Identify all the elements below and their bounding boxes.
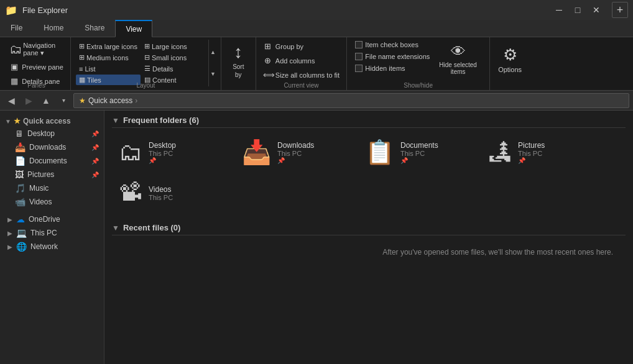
medium-icons-icon: ⊞ [79, 53, 85, 61]
maximize-button[interactable]: □ [570, 2, 586, 18]
network-expand-icon: ▶ [7, 243, 12, 250]
sidebar-item-downloads[interactable]: 📥 Downloads 📌 [0, 140, 104, 154]
show-hide-content: Item check boxes File name extensions Hi… [355, 40, 481, 87]
layout-group: ⊞ Extra large icons ⊞ Large icons ⊞ Medi… [71, 37, 221, 90]
group-by-button[interactable]: ⊞ Group by [260, 40, 307, 53]
scroll-up-icon: ▲ [210, 49, 216, 55]
layout-list[interactable]: ≡ List [76, 63, 141, 74]
add-columns-label: Add columns [275, 57, 315, 65]
folder-pictures-pin: 📌 [518, 157, 545, 164]
preview-pane-button[interactable]: ▣ Preview pane [6, 60, 67, 73]
folder-documents-pin: 📌 [400, 157, 438, 164]
folder-downloads-sub: This PC [277, 150, 314, 157]
pictures-label: Pictures [27, 170, 88, 179]
layout-medium-icons[interactable]: ⊞ Medium icons [76, 52, 141, 63]
folder-desktop[interactable]: 🗂 Desktop This PC 📌 [112, 134, 230, 170]
group-by-label: Group by [275, 43, 303, 50]
sort-by-button[interactable]: ↕ Sort by [228, 40, 249, 81]
sidebar-item-thispc[interactable]: ▶ 💻 This PC [0, 226, 104, 240]
sort-group: ↕ Sort by [221, 37, 256, 90]
sidebar-item-videos[interactable]: 📹 Videos [0, 195, 104, 209]
options-label: Options [498, 66, 522, 73]
add-columns-icon: ⊕ [263, 56, 273, 65]
extra-large-icons-icon: ⊞ [79, 42, 85, 50]
scroll-down-icon: ▼ [210, 71, 216, 77]
tab-share[interactable]: Share [74, 19, 115, 37]
layout-scroll-buttons[interactable]: ▲ ▼ [208, 40, 217, 86]
quick-access-section[interactable]: ▼ ★ Quick access [0, 113, 104, 127]
current-view-group: ⊞ Group by ⊕ Add columns ⟺ Size all colu… [256, 37, 347, 90]
folder-pictures-name: Pictures [518, 141, 545, 150]
nav-pane-icon: 🗂 [9, 42, 22, 57]
size-all-columns-button[interactable]: ⟺ Size all columns to fit [260, 68, 343, 81]
frequent-folders-title: Frequent folders (6) [123, 116, 199, 125]
sort-label-1: Sort [233, 63, 244, 70]
hidden-items-label: Hidden items [365, 65, 405, 72]
main-area: ▼ ★ Quick access 🖥 Desktop 📌 📥 Downloads… [0, 111, 633, 364]
sidebar-item-documents[interactable]: 📄 Documents 📌 [0, 154, 104, 168]
folder-desktop-info: Desktop This PC 📌 [149, 141, 176, 164]
ribbon-tabs: File Home Share View [0, 20, 633, 37]
folder-videos-name: Videos [149, 185, 173, 194]
folder-documents-name: Documents [400, 141, 438, 150]
sidebar-item-pictures[interactable]: 🖼 Pictures 📌 [0, 168, 104, 181]
folder-desktop-sub: This PC [149, 150, 176, 157]
folder-documents-sub: This PC [400, 150, 438, 157]
new-window-button[interactable]: + [612, 2, 628, 18]
layout-grid: ⊞ Extra large icons ⊞ Large icons ⊞ Medi… [75, 40, 207, 86]
file-extensions-checkbox [355, 53, 363, 60]
group-by-icon: ⊞ [263, 42, 273, 51]
recent-files-header: ▼ Recent files (0) [112, 223, 626, 235]
options-button[interactable]: ⚙ Options [494, 40, 526, 76]
navigation-pane-button[interactable]: 🗂 Navigation pane ▾ [6, 40, 58, 59]
videos-folder-icon: 📽 [119, 180, 142, 206]
sidebar-item-desktop[interactable]: 🖥 Desktop 📌 [0, 127, 104, 140]
address-bar[interactable]: ★ Quick access › [73, 93, 629, 108]
window-controls: ─ □ ✕ [551, 2, 604, 18]
size-columns-label: Size all columns to fit [275, 71, 340, 79]
folder-documents-icon-wrap: 📋 [365, 139, 394, 166]
options-group: ⚙ Options [490, 37, 530, 90]
hidden-items-toggle[interactable]: Hidden items [355, 63, 430, 73]
minimize-button[interactable]: ─ [551, 2, 567, 18]
layout-details[interactable]: ☰ Details [141, 63, 206, 74]
hide-selected-button[interactable]: 👁 Hide selecteditems [435, 40, 481, 78]
file-name-extensions-toggle[interactable]: File name extensions [355, 52, 430, 61]
large-icons-icon: ⊞ [144, 42, 150, 50]
folder-videos-sub: This PC [149, 194, 173, 201]
quick-access-label: Quick access [23, 117, 71, 125]
downloads-icon: 📥 [15, 142, 25, 152]
folder-pictures[interactable]: 🏞 Pictures This PC 📌 [481, 134, 599, 170]
videos-sidebar-label: Videos [29, 198, 99, 206]
folder-downloads-icon-wrap: 📥 [242, 139, 271, 166]
folder-videos[interactable]: 📽 Videos This PC [112, 175, 230, 211]
window-title: File Explorer [22, 6, 546, 15]
add-columns-button[interactable]: ⊕ Add columns [260, 54, 318, 67]
folder-downloads-info: Downloads This PC 📌 [277, 141, 314, 164]
hidden-items-checkbox [355, 65, 363, 72]
layout-extra-large-icons[interactable]: ⊞ Extra large icons [76, 41, 141, 52]
tab-file[interactable]: File [0, 19, 33, 37]
item-checkboxes-toggle[interactable]: Item check boxes [355, 40, 430, 50]
close-button[interactable]: ✕ [588, 2, 604, 18]
address-path: Quick access [88, 96, 132, 105]
list-label: List [85, 65, 95, 73]
sidebar-item-network[interactable]: ▶ 🌐 Network [0, 240, 104, 253]
tab-view[interactable]: View [115, 20, 152, 37]
layout-large-icons[interactable]: ⊞ Large icons [141, 41, 206, 52]
tab-home[interactable]: Home [33, 19, 74, 37]
current-view-label: Current view [256, 82, 346, 89]
checkboxes: Item check boxes File name extensions Hi… [355, 40, 430, 73]
hide-selected-icon: 👁 [451, 43, 466, 60]
folder-downloads[interactable]: 📥 Downloads This PC 📌 [235, 134, 353, 170]
sidebar-item-onedrive[interactable]: ▶ ☁ OneDrive [0, 212, 104, 226]
folder-documents-info: Documents This PC 📌 [400, 141, 438, 164]
layout-small-icons[interactable]: ⊟ Small icons [141, 52, 206, 63]
folder-pictures-sub: This PC [518, 150, 545, 157]
desktop-label: Desktop [27, 129, 88, 138]
downloads-label: Downloads [29, 143, 88, 152]
music-label: Music [29, 184, 99, 193]
folder-documents[interactable]: 📋 Documents This PC 📌 [358, 134, 476, 170]
sidebar-item-music[interactable]: 🎵 Music [0, 181, 104, 195]
file-extensions-label: File name extensions [365, 53, 430, 60]
